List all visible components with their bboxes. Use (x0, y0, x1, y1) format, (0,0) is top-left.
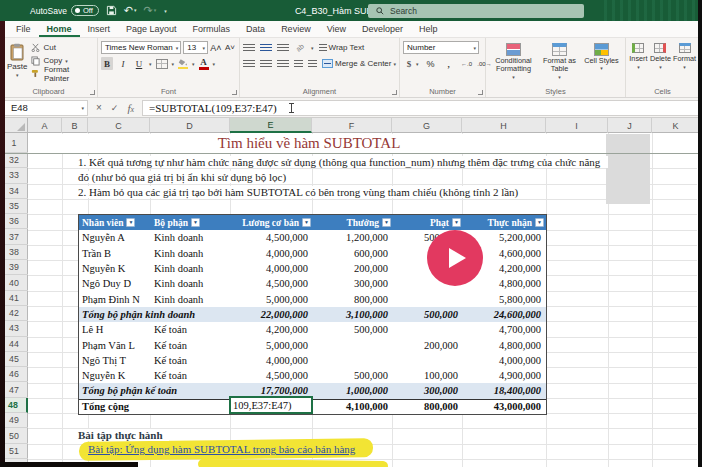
column-header-c[interactable]: C (88, 118, 150, 133)
cancel-entry-icon[interactable]: × (96, 102, 102, 113)
play-button-overlay[interactable] (427, 230, 483, 286)
align-top-icon[interactable] (243, 44, 255, 52)
accounting-format-button[interactable]: $ (403, 57, 415, 70)
qat-customize-icon[interactable]: ▾ (164, 8, 167, 14)
filter-button[interactable]: ▼ (452, 218, 461, 227)
alignment-dialog-launcher[interactable] (392, 90, 397, 95)
shrink-font-button[interactable]: A˅ (224, 41, 236, 54)
insert-function-icon[interactable]: fx (127, 102, 134, 114)
filter-button[interactable]: ▼ (191, 218, 200, 227)
table-cell[interactable] (393, 353, 463, 368)
format-cells-button[interactable]: Format▾ (673, 41, 696, 70)
ribbon-tab-insert[interactable]: Insert (80, 22, 119, 37)
percent-style-button[interactable]: % (425, 57, 437, 70)
table-cell[interactable]: Lê H (79, 322, 151, 337)
table-cell[interactable]: Ngô Duy D (79, 276, 151, 291)
column-header-a[interactable]: A (28, 118, 62, 133)
ribbon-tab-developer[interactable]: Developer (354, 22, 411, 37)
active-cell-editing[interactable]: 109,E37:E47) (229, 396, 313, 414)
table-cell[interactable]: 5,000,000 (231, 337, 313, 352)
table-cell[interactable]: 4,100,000 (313, 399, 393, 414)
table-cell[interactable]: Phạm Đình N (79, 291, 151, 306)
filter-button[interactable]: ▼ (302, 218, 311, 227)
table-cell[interactable]: 4,900,000 (463, 368, 546, 383)
table-cell[interactable]: Nguyễn K (79, 261, 151, 276)
table-cell[interactable]: Kinh doanh (151, 261, 231, 276)
search-box[interactable]: Search (368, 4, 584, 18)
table-cell[interactable]: 800,000 (393, 399, 463, 414)
table-cell[interactable]: 200,000 (393, 337, 463, 352)
table-cell[interactable]: Kế toán (151, 368, 231, 383)
filter-button[interactable]: ▼ (535, 218, 544, 227)
filter-button[interactable]: ▼ (126, 218, 135, 227)
insert-cells-button[interactable]: Insert▾ (629, 41, 648, 70)
format-painter-button[interactable]: Format Painter (31, 67, 94, 80)
table-cell[interactable]: Kinh doanh (151, 246, 231, 261)
cut-button[interactable]: Cut (31, 41, 94, 54)
table-cell[interactable]: 500,000 (313, 322, 393, 337)
underline-button[interactable]: U (133, 57, 145, 70)
font-size-select[interactable]: 13▾ (183, 41, 208, 54)
table-cell[interactable]: 4,000,000 (231, 261, 313, 276)
number-format-select[interactable]: Number▾ (403, 41, 479, 54)
name-box[interactable]: E48▾ (2, 100, 88, 116)
table-cell[interactable]: Tổng bộ phận kế toán (79, 383, 231, 398)
table-cell[interactable]: 4,200,000 (231, 322, 313, 337)
save-icon[interactable] (106, 5, 117, 16)
delete-cells-button[interactable]: Delete▾ (650, 41, 671, 70)
table-cell[interactable] (313, 353, 393, 368)
table-cell[interactable]: Tổng cộng (79, 399, 231, 414)
table-cell[interactable] (313, 337, 393, 352)
table-cell[interactable]: 300,000 (393, 383, 463, 398)
ribbon-tab-file[interactable]: File (8, 22, 39, 37)
undo-button[interactable]: ↶▾ (124, 5, 137, 16)
table-cell[interactable]: Phạm Văn L (79, 337, 151, 352)
table-cell[interactable]: 800,000 (313, 291, 393, 306)
ribbon-tab-review[interactable]: Review (273, 22, 319, 37)
column-header-d[interactable]: D (150, 118, 230, 133)
filter-button[interactable]: ▼ (382, 218, 391, 227)
fill-color-button[interactable] (178, 58, 188, 69)
clipboard-dialog-launcher[interactable] (90, 90, 95, 95)
table-cell[interactable]: Kế toán (151, 353, 231, 368)
column-header-h[interactable]: H (462, 118, 546, 133)
merge-center-button[interactable]: Merge & Center▾ (322, 57, 396, 70)
italic-button[interactable]: I (117, 57, 129, 70)
table-cell[interactable]: 4,000,000 (463, 353, 546, 368)
decrease-indent-icon[interactable] (294, 60, 303, 68)
practice-link[interactable]: Bài tập: Ứng dụng hàm SUBTOTAL trong báo… (88, 443, 355, 455)
table-cell[interactable]: Kinh doanh (151, 276, 231, 291)
align-middle-icon[interactable] (260, 44, 272, 52)
table-cell[interactable]: Kế toán (151, 322, 231, 337)
column-header-i[interactable]: I (546, 118, 608, 133)
conditional-formatting-button[interactable]: Conditional Formatting▾ (490, 41, 538, 81)
confirm-entry-icon[interactable]: ✓ (111, 103, 119, 113)
table-cell[interactable]: 4,800,000 (463, 337, 546, 352)
ribbon-tab-data[interactable]: Data (238, 22, 273, 37)
table-cell[interactable]: 24,600,000 (463, 307, 546, 322)
align-bottom-icon[interactable] (277, 44, 289, 52)
table-cell[interactable]: Kinh doanh (151, 230, 231, 245)
format-as-table-button[interactable]: Format as Table▾ (538, 41, 582, 81)
align-right-icon[interactable] (277, 60, 289, 68)
table-cell[interactable]: Ngô Thị T (79, 353, 151, 368)
ribbon-tab-home[interactable]: Home (39, 22, 80, 37)
font-family-select[interactable]: Times New Roman▾ (101, 41, 181, 54)
table-cell[interactable]: 100,000 (393, 368, 463, 383)
formula-input[interactable]: =SUBTOTAL(109,E37:E47) (142, 100, 702, 116)
column-header-k[interactable]: K (652, 118, 700, 133)
table-cell[interactable]: Tổng bộ phận kinh doanh (79, 307, 231, 322)
paste-button[interactable]: Paste▾ (3, 41, 31, 80)
table-cell[interactable]: Kế toán (151, 337, 231, 352)
table-cell[interactable]: 1,000,000 (313, 383, 393, 398)
table-cell[interactable]: 3,100,000 (313, 307, 393, 322)
table-cell[interactable]: 4,500,000 (231, 230, 313, 245)
orientation-button[interactable]: ab (291, 39, 309, 57)
table-cell[interactable] (393, 291, 463, 306)
table-cell[interactable]: 200,000 (313, 261, 393, 276)
borders-icon[interactable] (156, 59, 168, 69)
number-dialog-launcher[interactable] (478, 90, 483, 95)
table-cell[interactable]: Trần B (79, 246, 151, 261)
table-cell[interactable]: 5,800,000 (463, 291, 546, 306)
table-cell[interactable]: 4,000,000 (231, 246, 313, 261)
